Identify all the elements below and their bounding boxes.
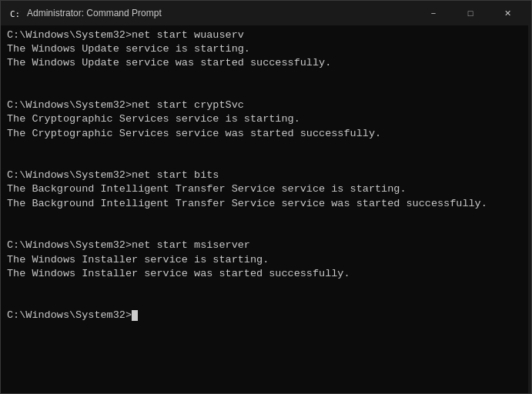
minimize-button[interactable]: −	[416, 1, 451, 25]
maximize-button[interactable]: □	[453, 1, 488, 25]
scrollbar[interactable]	[528, 25, 531, 393]
title-bar: C:\ Administrator: Command Prompt − □ ✕	[1, 1, 531, 25]
terminal-body: C:\Windows\System32>net start wuauserv T…	[1, 25, 531, 393]
close-button[interactable]: ✕	[490, 1, 525, 25]
svg-text:C:\: C:\	[10, 9, 21, 19]
window-title: Administrator: Command Prompt	[27, 8, 162, 18]
cmd-icon: C:\	[8, 7, 21, 19]
window: C:\ Administrator: Command Prompt − □ ✕ …	[0, 0, 532, 394]
title-bar-controls: − □ ✕	[416, 1, 525, 25]
title-bar-left: C:\ Administrator: Command Prompt	[8, 7, 162, 19]
terminal-content: C:\Windows\System32>net start wuauserv T…	[7, 28, 525, 323]
